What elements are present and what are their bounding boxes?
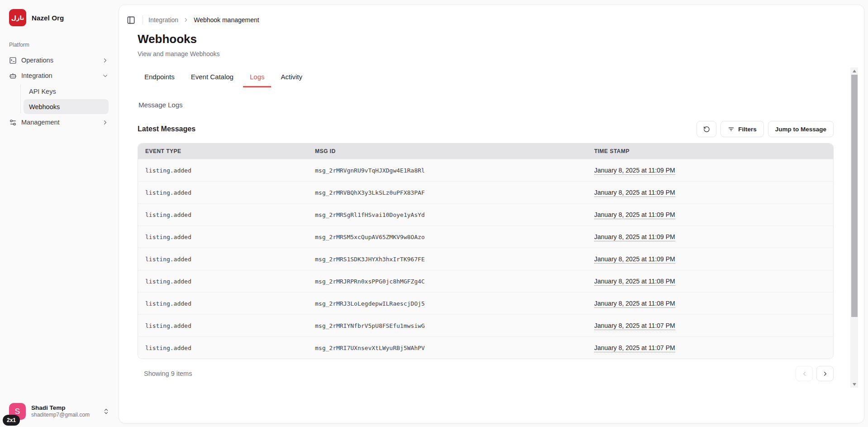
cell-msg-id: msg_2rMRJ3LoLegdepwILRaescjDOj5	[308, 300, 587, 307]
cell-msg-id: msg_2rMRVgnRU9vTqHJXDgw4E1Ra8Rl	[308, 167, 587, 174]
cell-msg-id: msg_2rMRIYNfbrV5pU8FSEfu1mwsiwG	[308, 322, 587, 329]
table-row[interactable]: listing.added msg_2rMRIYNfbrV5pU8FSEfu1m…	[138, 314, 833, 336]
chevron-right-icon	[822, 370, 829, 377]
user-menu[interactable]: S Shadi Temp shaditemp7@gmail.com	[6, 401, 112, 422]
filter-icon	[728, 126, 734, 133]
cell-msg-id: msg_2rMRSgRl1fHSvai10Doye1yAsYd	[308, 211, 587, 218]
tab-event-catalog[interactable]: Event Catalog	[184, 68, 240, 87]
sidebar-item-integration[interactable]: Integration	[6, 68, 112, 83]
sidebar-item-label: API Keys	[29, 88, 56, 95]
cell-msg-id: msg_2rMRVBQhX3y3LkSLz0uPFX83PAF	[308, 189, 587, 196]
jump-to-message-button[interactable]: Jump to Message	[768, 121, 834, 137]
cell-event-type: listing.added	[138, 345, 308, 351]
items-count: Showing 9 items	[138, 370, 192, 377]
cell-event-type: listing.added	[138, 189, 308, 196]
sidebar-item-management[interactable]: Management	[6, 115, 112, 130]
topbar-divider	[143, 15, 143, 24]
chevron-right-icon	[102, 119, 109, 126]
refresh-button[interactable]	[696, 121, 716, 137]
panel-left-icon	[127, 16, 135, 24]
chevron-left-icon	[801, 370, 808, 377]
latest-messages-header: Latest Messages Filters Jump to Message	[138, 120, 834, 138]
table-row[interactable]: listing.added msg_2rMRVBQhX3y3LkSLz0uPFX…	[138, 181, 833, 203]
sidebar-item-label: Webhooks	[29, 103, 60, 110]
cell-timestamp: January 8, 2025 at 11:08 PM	[594, 300, 675, 308]
org-switcher[interactable]: نازل Nazel Org	[9, 9, 110, 26]
sidebar-item-api-keys[interactable]: API Keys	[24, 84, 109, 99]
cell-event-type: listing.added	[138, 211, 308, 218]
page-subtitle: View and manage Webhooks	[138, 50, 220, 58]
column-header-msg-id: MSG ID	[308, 148, 587, 154]
column-header-timestamp: TIME STAMP	[587, 148, 833, 154]
org-name: Nazel Org	[32, 14, 64, 22]
refresh-icon	[703, 126, 710, 133]
cell-timestamp: January 8, 2025 at 11:07 PM	[594, 344, 675, 352]
table-row[interactable]: listing.added msg_2rMRSgRl1fHSvai10Doye1…	[138, 203, 833, 225]
next-page-button[interactable]	[816, 366, 834, 381]
tab-activity[interactable]: Activity	[274, 68, 309, 87]
page-title: Webhooks	[138, 32, 197, 46]
cell-timestamp: January 8, 2025 at 11:09 PM	[594, 211, 675, 219]
cell-event-type: listing.added	[138, 278, 308, 285]
table-header-row: EVENT TYPE MSG ID TIME STAMP	[138, 144, 833, 159]
cell-timestamp: January 8, 2025 at 11:09 PM	[594, 233, 675, 241]
table-row[interactable]: listing.added msg_2rMRS1SDK3JHYXh3hxIrTK…	[138, 248, 833, 270]
message-logs-label: Message Logs	[138, 101, 183, 109]
user-email: shaditemp7@gmail.com	[31, 412, 97, 418]
cell-event-type: listing.added	[138, 322, 308, 329]
scroll-down-arrow[interactable]	[850, 381, 858, 388]
scrollbar-thumb[interactable]	[851, 75, 858, 317]
topbar: Integration Webhook management	[124, 14, 259, 26]
sidebar-item-label: Integration	[21, 72, 52, 79]
chevron-right-icon	[102, 57, 109, 64]
sidebar-item-label: Operations	[21, 57, 53, 64]
breadcrumb: Integration Webhook management	[148, 16, 259, 24]
previous-page-button[interactable]	[796, 366, 813, 381]
tab-endpoints[interactable]: Endpoints	[138, 68, 181, 87]
cell-timestamp: January 8, 2025 at 11:09 PM	[594, 255, 675, 264]
sidebar-section-label: Platform	[9, 42, 110, 48]
org-logo-text: نازل	[11, 14, 24, 21]
table-row[interactable]: listing.added msg_2rMRSM5xcQupAV65ZMKV9w…	[138, 225, 833, 248]
chevron-right-icon	[183, 17, 189, 23]
cell-msg-id: msg_2rMRI7UXnsevXtLWyuRBj5WAhPV	[308, 345, 587, 351]
filters-button[interactable]: Filters	[720, 121, 764, 137]
sidebar: نازل Nazel Org Platform Operations Integ…	[0, 0, 119, 427]
tab-logs[interactable]: Logs	[243, 68, 272, 87]
cell-msg-id: msg_2rMRJRPRn0xsPPG0jc8hMGFZg4C	[308, 278, 587, 285]
settings-icon	[9, 119, 17, 126]
cell-event-type: listing.added	[138, 256, 308, 263]
panel-title: Latest Messages	[138, 125, 196, 133]
cell-msg-id: msg_2rMRS1SDK3JHYXh3hxIrTK967FE	[308, 256, 587, 263]
tab-bar: Endpoints Event Catalog Logs Activity	[138, 68, 309, 87]
chevrons-up-down-icon	[103, 408, 110, 415]
cell-event-type: listing.added	[138, 234, 308, 240]
integration-subtree: API Keys Webhooks	[6, 84, 112, 114]
cell-timestamp: January 8, 2025 at 11:09 PM	[594, 189, 675, 197]
messages-table: EVENT TYPE MSG ID TIME STAMP listing.add…	[138, 143, 834, 359]
cell-timestamp: January 8, 2025 at 11:07 PM	[594, 322, 675, 330]
sidebar-item-operations[interactable]: Operations	[6, 53, 112, 68]
chevron-down-icon	[102, 72, 109, 79]
sidebar-item-webhooks[interactable]: Webhooks	[24, 99, 109, 114]
table-row[interactable]: listing.added msg_2rMRI7UXnsevXtLWyuRBj5…	[138, 336, 833, 359]
cell-timestamp: January 8, 2025 at 11:09 PM	[594, 167, 675, 175]
overlay-badge: 2x1	[3, 415, 20, 426]
vertical-scrollbar[interactable]	[850, 67, 858, 388]
sidebar-item-label: Management	[21, 119, 60, 126]
table-row[interactable]: listing.added msg_2rMRJRPRn0xsPPG0jc8hMG…	[138, 270, 833, 292]
bot-icon	[9, 72, 17, 80]
main-panel: Integration Webhook management Webhooks …	[119, 5, 864, 423]
user-name: Shadi Temp	[31, 404, 97, 412]
table-row[interactable]: listing.added msg_2rMRVgnRU9vTqHJXDgw4E1…	[138, 159, 833, 181]
org-logo: نازل	[9, 9, 26, 26]
cell-event-type: listing.added	[138, 300, 308, 307]
sidebar-toggle-button[interactable]	[124, 14, 137, 26]
table-row[interactable]: listing.added msg_2rMRJ3LoLegdepwILRaesc…	[138, 292, 833, 314]
breadcrumb-parent[interactable]: Integration	[148, 16, 178, 24]
table-footer: Showing 9 items	[138, 364, 834, 384]
filters-button-label: Filters	[738, 126, 757, 133]
cell-msg-id: msg_2rMRSM5xcQupAV65ZMKV9w8OAzo	[308, 234, 587, 240]
scroll-up-arrow[interactable]	[850, 67, 858, 74]
terminal-icon	[9, 57, 17, 64]
